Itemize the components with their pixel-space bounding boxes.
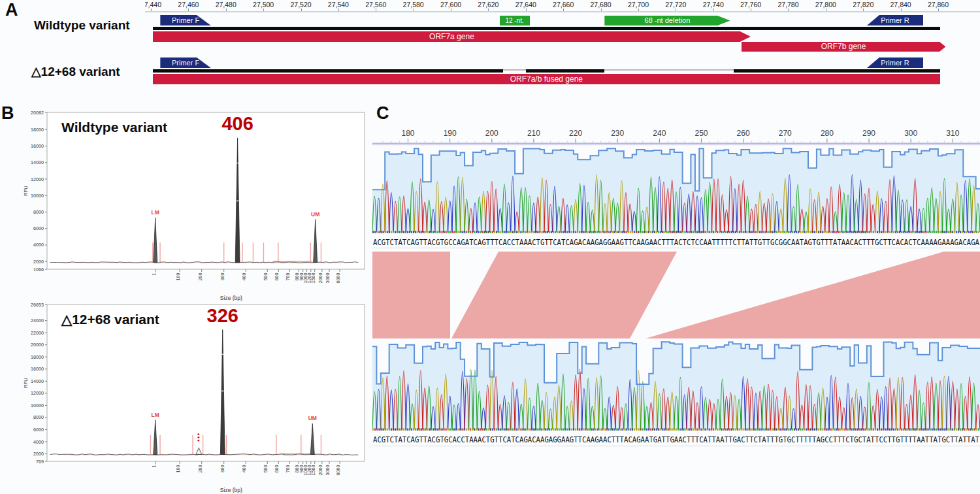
variant-backbone-segment-2: [734, 69, 940, 73]
svg-text:500: 500: [263, 273, 269, 281]
svg-text:769: 769: [36, 459, 44, 465]
figure-canvas: A Wildtype variant △12+68 variant 27,440…: [0, 0, 980, 494]
svg-text:LM: LM: [152, 412, 159, 418]
svg-text:14000: 14000: [31, 159, 44, 165]
svg-text:8000: 8000: [33, 209, 44, 215]
y-axis: 2665324000220002000018000160001400012000…: [31, 302, 47, 465]
svg-text:6000: 6000: [33, 225, 44, 231]
svg-text:6000: 6000: [335, 465, 341, 476]
svg-text:400: 400: [241, 465, 247, 473]
wildtype-backbone-line: [153, 27, 940, 30]
x-axis-title: Size (bp): [220, 487, 242, 493]
svg-text:1: 1: [151, 465, 157, 468]
svg-text:240: 240: [653, 129, 666, 138]
svg-text:4000: 4000: [33, 242, 44, 248]
svg-text:1500: 1500: [310, 273, 316, 284]
svg-text:2000: 2000: [33, 259, 44, 265]
svg-text:3000: 3000: [325, 273, 331, 284]
svg-text:12000: 12000: [31, 390, 44, 396]
aligned-block-3: [645, 252, 980, 338]
svg-text:10000: 10000: [31, 403, 44, 408]
svg-text:2000: 2000: [318, 273, 323, 284]
svg-text:300: 300: [220, 273, 225, 281]
svg-text:UM: UM: [308, 415, 317, 421]
svg-text:100: 100: [175, 465, 181, 473]
svg-text:180: 180: [402, 129, 415, 138]
x-axis: 1100200300400500600700800900100012001500…: [151, 269, 341, 284]
svg-text:700: 700: [285, 273, 291, 281]
plot-title: △12+68 variant: [61, 312, 159, 327]
main-peak-size-label: 406: [221, 113, 253, 134]
svg-text:16000: 16000: [31, 366, 44, 372]
del12-marker: 12 -nt.: [500, 16, 530, 25]
svg-text:6000: 6000: [335, 273, 341, 284]
electropherogram-del-variant: 2665324000220002000018000160001400012000…: [20, 299, 366, 494]
svg-text:190: 190: [444, 129, 457, 138]
orf7ab-fused-gene: ORF7a/b fused gene: [153, 74, 940, 84]
top-sequence-text: ACGTCTATCAGTTACGTGCCAGATCAGTTTCACCTAAACT…: [373, 237, 979, 247]
svg-text:300: 300: [220, 465, 225, 473]
bottom-sequence-text: ACGTCTATCAGTTACGTGCACCTAAACTGTTCATCAGACA…: [373, 435, 979, 444]
svg-text:22000: 22000: [31, 330, 44, 336]
plot-frame: [47, 305, 365, 461]
x-axis: 1100200300400500600700800900100012001500…: [151, 461, 341, 476]
chromatogram-top: [372, 148, 980, 233]
svg-text:12000: 12000: [31, 176, 44, 182]
chromatogram-bottom: [372, 342, 980, 431]
y-axis-title: RFU: [23, 186, 29, 195]
main-peak-size-label: 326: [207, 305, 238, 326]
svg-text:500: 500: [263, 465, 269, 473]
svg-text:600: 600: [274, 465, 280, 473]
variant-backbone-segment-0: [153, 69, 504, 73]
y-axis-title: RFU: [23, 378, 29, 387]
svg-text:250: 250: [694, 129, 708, 138]
svg-text:26653: 26653: [31, 302, 44, 308]
svg-text:310: 310: [946, 129, 959, 138]
primer-r-row2: Primer R: [867, 58, 923, 68]
del68-marker: 68 -nt deletion: [604, 16, 730, 25]
plot-frame: [47, 112, 365, 269]
svg-text:14000: 14000: [31, 378, 44, 384]
svg-text:8000: 8000: [33, 414, 44, 420]
svg-text:700: 700: [285, 465, 291, 473]
electropherogram-wildtype: 2008218000160001400012000100008000600040…: [20, 107, 366, 303]
svg-text:24000: 24000: [31, 318, 44, 323]
svg-text:10000: 10000: [31, 193, 44, 199]
genome-map: Primer F12 -nt.68 -nt deletionPrimer ROR…: [0, 0, 980, 98]
primer-f-row2: Primer F: [160, 58, 210, 68]
aligned-block-2: [451, 252, 677, 338]
svg-text:18000: 18000: [31, 354, 44, 360]
svg-text:1066: 1066: [33, 267, 44, 272]
panel-b-label: B: [1, 103, 14, 124]
svg-text:200: 200: [485, 129, 498, 138]
svg-text:16000: 16000: [31, 143, 44, 149]
svg-text:4000: 4000: [33, 439, 44, 445]
svg-text:300: 300: [904, 129, 917, 138]
variant-backbone-segment-1: [526, 69, 604, 73]
svg-text:UM: UM: [311, 211, 319, 218]
svg-text:200: 200: [197, 273, 203, 281]
aligned-block-1: [372, 252, 450, 338]
svg-text:18000: 18000: [31, 127, 44, 133]
svg-text:260: 260: [737, 129, 750, 138]
svg-text:6000: 6000: [33, 427, 44, 433]
svg-text:230: 230: [611, 129, 624, 138]
svg-text:1500: 1500: [310, 465, 316, 476]
position-ruler: 1801902002102202302402502602702802903003…: [372, 129, 980, 145]
svg-text:220: 220: [569, 129, 582, 138]
svg-text:20000: 20000: [31, 342, 44, 348]
y-axis: 2008218000160001400012000100008000600040…: [31, 110, 47, 272]
svg-text:600: 600: [274, 273, 280, 281]
svg-text:2000: 2000: [318, 465, 323, 476]
svg-text:200: 200: [197, 465, 203, 473]
primer-f-row1: Primer F: [160, 15, 210, 25]
sanger-alignment: 1801902002102202302402502602702802903003…: [372, 108, 980, 474]
svg-text:100: 100: [175, 273, 181, 281]
svg-text:210: 210: [527, 129, 540, 138]
primer-r-row1: Primer R: [867, 15, 923, 25]
svg-text:20082: 20082: [31, 110, 44, 116]
svg-text:LM: LM: [152, 209, 159, 216]
svg-text:270: 270: [779, 129, 792, 138]
svg-text:400: 400: [241, 273, 247, 281]
orf7b-gene: ORF7b gene: [742, 42, 946, 52]
